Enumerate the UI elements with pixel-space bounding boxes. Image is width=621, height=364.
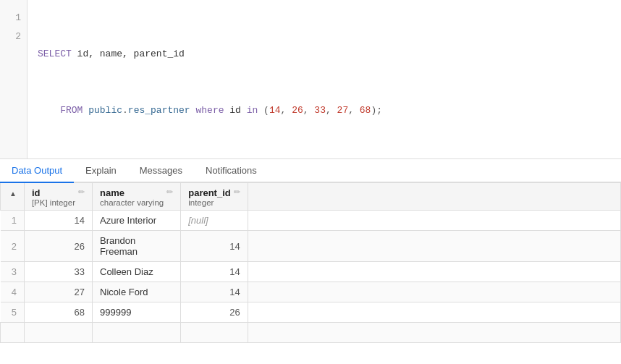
table-body: 114Azure Interior[null]226Brandon Freema… — [1, 211, 621, 343]
col-name-parent-id: parent_id — [188, 187, 231, 198]
tab-notifications[interactable]: Notifications — [194, 159, 269, 183]
cell-empty-3 — [248, 262, 620, 282]
keyword-where: where — [195, 105, 229, 116]
cell-name-3: Colleen Diaz — [93, 262, 181, 282]
cell-name-5: 999999 — [93, 302, 181, 323]
cell-empty-5 — [248, 302, 620, 323]
table-row[interactable]: 226Brandon Freeman14 — [1, 231, 621, 262]
line-num-2: 2 — [6, 27, 21, 46]
tabs-bar: Data Output Explain Messages Notificatio… — [0, 159, 621, 183]
cell-parent-id-2: 14 — [181, 231, 248, 262]
cell-id-2: 26 — [24, 231, 92, 262]
schema-name: public — [88, 105, 122, 116]
row-num-1: 1 — [1, 211, 25, 231]
col-header-parent-id[interactable]: parent_id integer ✏ — [181, 183, 248, 211]
val-14: 14 — [269, 105, 281, 116]
open-paren: ( — [263, 105, 269, 116]
close-paren: ); — [371, 105, 382, 116]
code-editor[interactable]: 1 2 SELECT id, name, parent_id FROM publ… — [0, 0, 621, 159]
col-name-name: name — [100, 187, 164, 198]
tab-data-output[interactable]: Data Output — [0, 159, 74, 183]
edit-icon-name[interactable]: ✏ — [166, 187, 173, 197]
table-row[interactable]: 427Nicole Ford14 — [1, 282, 621, 302]
keyword-in: in — [247, 105, 263, 116]
edit-icon-parent-id[interactable]: ✏ — [234, 187, 240, 197]
table-name: res_partner — [128, 105, 190, 116]
col-header-id[interactable]: id [PK] integer ✏ — [24, 183, 92, 211]
empty-cell — [248, 323, 620, 343]
cell-empty-2 — [248, 231, 620, 262]
cell-name-2: Brandon Freeman — [93, 231, 181, 262]
data-output-panel[interactable]: ▲ id [PK] integer ✏ — [0, 183, 621, 364]
line-num-1: 1 — [6, 9, 21, 27]
cell-id-1: 14 — [24, 211, 92, 231]
cell-parent-id-1: [null] — [181, 211, 248, 231]
keyword-from: FROM — [38, 105, 88, 116]
val-68: 68 — [360, 105, 371, 116]
cell-parent-id-4: 14 — [181, 282, 248, 302]
col-type-name: character varying — [100, 198, 164, 207]
code-line-2: FROM public.res_partner where id in (14,… — [38, 101, 611, 120]
col-header-empty — [248, 183, 620, 211]
results-table: ▲ id [PK] integer ✏ — [0, 183, 621, 343]
col-name-id: id — [32, 187, 75, 198]
code-line-1: SELECT id, name, parent_id — [38, 45, 611, 64]
code-content[interactable]: SELECT id, name, parent_id FROM public.r… — [28, 0, 621, 158]
select-fields: id, name, parent_id — [77, 48, 185, 59]
row-num-3: 3 — [1, 262, 25, 282]
table-row[interactable]: 114Azure Interior[null] — [1, 211, 621, 231]
table-row[interactable]: 333Colleen Diaz14 — [1, 262, 621, 282]
val-27: 27 — [337, 105, 349, 116]
dot-separator: . — [122, 105, 128, 116]
edit-icon-id[interactable]: ✏ — [78, 187, 85, 197]
cell-parent-id-3: 14 — [181, 262, 248, 282]
val-33: 33 — [314, 105, 326, 116]
cell-empty-1 — [248, 211, 620, 231]
empty-cell — [24, 323, 92, 343]
cell-id-3: 33 — [24, 262, 92, 282]
cell-id-5: 68 — [24, 302, 92, 323]
col-type-parent-id: integer — [188, 198, 231, 207]
table-row-empty — [1, 323, 621, 343]
tab-messages[interactable]: Messages — [128, 159, 194, 183]
col-type-id: [PK] integer — [32, 198, 75, 207]
val-26: 26 — [292, 105, 303, 116]
empty-cell — [93, 323, 181, 343]
row-num-4: 4 — [1, 282, 25, 302]
row-num-5: 5 — [1, 302, 25, 323]
where-field: id — [229, 105, 246, 116]
tab-explain[interactable]: Explain — [74, 159, 128, 183]
cell-empty-4 — [248, 282, 620, 302]
row-num-2: 2 — [1, 231, 25, 262]
bottom-section: Data Output Explain Messages Notificatio… — [0, 159, 621, 364]
empty-cell — [181, 323, 248, 343]
col-header-name[interactable]: name character varying ✏ — [93, 183, 181, 211]
empty-cell — [1, 323, 25, 343]
cell-parent-id-5: 26 — [181, 302, 248, 323]
cell-name-4: Nicole Ford — [93, 282, 181, 302]
sort-icon: ▲ — [9, 190, 17, 198]
cell-name-1: Azure Interior — [93, 211, 181, 231]
table-header-row: ▲ id [PK] integer ✏ — [1, 183, 621, 211]
keyword-select: SELECT — [38, 48, 77, 59]
sort-header: ▲ — [1, 183, 25, 211]
cell-id-4: 27 — [24, 282, 92, 302]
table-row[interactable]: 56899999926 — [1, 302, 621, 323]
line-numbers: 1 2 — [0, 0, 28, 158]
